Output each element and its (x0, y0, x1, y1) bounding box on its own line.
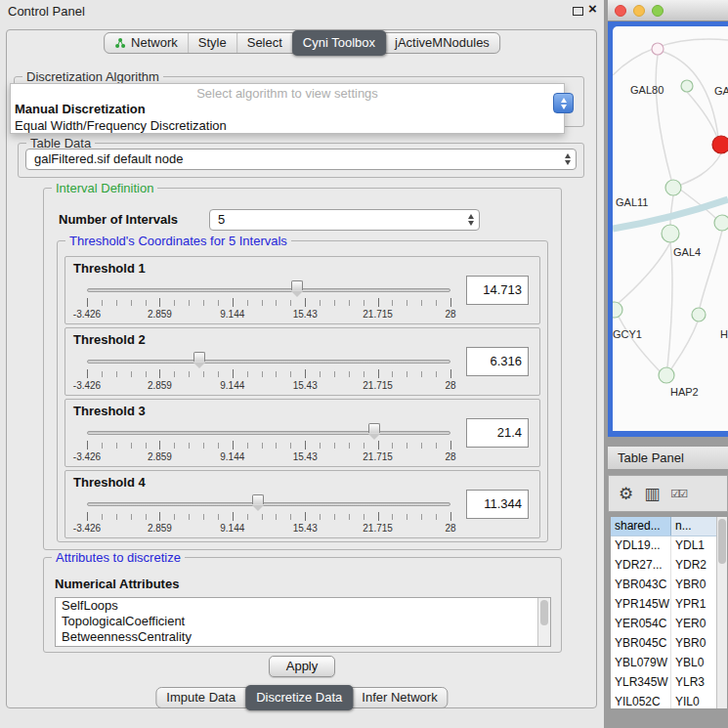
network-canvas[interactable]: GAL80 GA GAL11 GAL4 GCY1 H HAP2 (613, 26, 728, 431)
tab-network[interactable]: Network (105, 33, 189, 53)
cell-shared-name[interactable]: YIL052C (611, 693, 671, 709)
minimize-traffic-light-icon[interactable] (633, 5, 645, 17)
gear-icon[interactable]: ⚙ (619, 486, 633, 502)
scale-label: 2.859 (148, 309, 172, 320)
tab-label: Impute Data (166, 688, 236, 707)
table-row[interactable]: YPR145WYPR1 (611, 595, 727, 615)
list-item[interactable]: TopologicalCoefficient (56, 614, 550, 629)
slider-track[interactable] (87, 502, 450, 506)
table-panel-title: Table Panel (618, 450, 684, 465)
cell-shared-name[interactable]: YDR27... (611, 556, 671, 576)
apply-button[interactable]: Apply (269, 656, 335, 677)
node-label-hap2: HAP2 (670, 386, 699, 398)
table-row[interactable]: YDR27...YDR2 (611, 556, 727, 576)
tick-mark (233, 441, 234, 450)
attributes-list[interactable]: SelfLoops TopologicalCoefficient Between… (55, 597, 551, 647)
tick-mark (87, 512, 88, 521)
network-node[interactable] (714, 215, 728, 231)
cell-shared-name[interactable]: YPR145W (611, 595, 671, 615)
close-icon[interactable]: × (588, 0, 597, 17)
tab-cyni-toolbox[interactable]: Cyni Toolbox (292, 30, 386, 56)
columns-icon[interactable]: ▥ (644, 486, 660, 502)
control-panel: Control Panel × Network Style Select Cyn… (0, 0, 604, 728)
tab-infer-network[interactable]: Infer Network (352, 688, 447, 707)
threshold-value-field[interactable]: 21.4 (466, 418, 529, 448)
scale-label: 21.715 (363, 451, 393, 462)
network-node[interactable] (659, 367, 674, 383)
tick-mark (233, 298, 234, 307)
slider-thumb[interactable] (291, 280, 303, 290)
list-scrollbar[interactable] (537, 598, 550, 646)
slider-thumb[interactable] (193, 352, 205, 362)
list-item[interactable]: BetweennessCentrality (56, 629, 550, 645)
threshold-value-field[interactable]: 6.316 (466, 347, 529, 376)
dropdown-placeholder: Select algorithm to view settings (11, 84, 564, 101)
network-node[interactable] (692, 308, 706, 321)
scale-label: 28 (445, 380, 455, 391)
dropdown-item-equal-width[interactable]: Equal Width/Frequency Discretization (11, 117, 564, 134)
network-node-selected[interactable] (712, 136, 728, 153)
network-node[interactable] (665, 180, 681, 195)
select-columns-icon[interactable]: ☑☑ (670, 489, 686, 499)
algorithm-combo-stepper[interactable] (553, 93, 574, 113)
number-of-intervals-combo[interactable]: 5 (209, 209, 480, 231)
scrollbar-thumb[interactable] (540, 600, 548, 625)
slider-track[interactable] (87, 360, 450, 364)
scale-label: 15.43 (293, 523, 318, 534)
table-row[interactable]: YBR043CYBR0 (611, 576, 727, 595)
tab-impute-data[interactable]: Impute Data (156, 688, 246, 707)
table-row[interactable]: YDL19...YDL1 (611, 536, 727, 556)
threshold-slider[interactable]: -3.426 2.859 9.144 15.43 21.715 28 (87, 352, 450, 393)
cell-shared-name[interactable]: YBR043C (611, 576, 671, 595)
cell-shared-name[interactable]: YLR345W (611, 673, 671, 693)
network-window-titlebar[interactable] (608, 0, 728, 21)
tick-mark (305, 369, 306, 378)
float-window-icon[interactable] (573, 7, 583, 16)
tab-jactivemnodules[interactable]: jActiveMNodules (385, 33, 499, 53)
network-node[interactable] (613, 302, 622, 318)
scrollbar-thumb[interactable] (718, 519, 726, 564)
table-row[interactable]: YIL052CYIL0 (611, 693, 727, 709)
cell-shared-name[interactable]: YER054C (611, 615, 671, 634)
tick-mark (233, 512, 234, 521)
tick-mark (450, 441, 451, 450)
scale-label: 2.859 (148, 451, 172, 462)
table-row[interactable]: YBR045CYBR0 (611, 634, 727, 654)
threshold-value-field[interactable]: 14.713 (466, 276, 529, 305)
network-node[interactable] (681, 80, 693, 92)
tick-mark (378, 369, 379, 378)
table-row[interactable]: YLR345WYLR3 (611, 673, 727, 693)
zoom-traffic-light-icon[interactable] (652, 5, 664, 17)
table-row[interactable]: YER054CYER0 (611, 615, 727, 634)
table-header-row: shared... n... (611, 517, 727, 536)
slider-thumb[interactable] (252, 494, 264, 504)
threshold-panel-3: Threshold 3 -3.426 2.859 9.144 15.43 21.… (64, 399, 540, 467)
cell-shared-name[interactable]: YBR045C (611, 634, 671, 654)
tick-mark (378, 512, 379, 521)
threshold-slider[interactable]: -3.426 2.859 9.144 15.43 21.715 28 (87, 423, 450, 464)
network-node[interactable] (662, 225, 679, 242)
slider-thumb[interactable] (368, 423, 380, 433)
tab-discretize-data[interactable]: Discretize Data (245, 685, 353, 710)
top-tab-bar: Network Style Select Cyni Toolbox jActiv… (104, 32, 500, 54)
threshold-slider[interactable]: -3.426 2.859 9.144 15.43 21.715 28 (87, 280, 450, 321)
tab-style[interactable]: Style (189, 33, 237, 53)
threshold-slider[interactable]: -3.426 2.859 9.144 15.43 21.715 28 (87, 494, 450, 535)
network-graph: GAL80 GA GAL11 GAL4 GCY1 H HAP2 (613, 26, 728, 431)
cell-shared-name[interactable]: YDL19... (611, 536, 671, 556)
dropdown-item-manual-discretization[interactable]: Manual Discretization (11, 101, 564, 117)
close-traffic-light-icon[interactable] (615, 5, 626, 17)
table-data-combo[interactable]: galFiltered.sif default node (25, 149, 577, 170)
list-item[interactable]: SelfLoops (56, 598, 550, 614)
network-node[interactable] (652, 43, 664, 55)
cell-shared-name[interactable]: YBL079W (611, 654, 671, 673)
threshold-value-field[interactable]: 11.344 (466, 490, 529, 519)
scale-label: -3.426 (73, 523, 101, 534)
table-scrollbar[interactable] (716, 517, 727, 708)
tab-select[interactable]: Select (237, 33, 293, 53)
column-header-shared-name[interactable]: shared... (611, 517, 671, 535)
tab-label: Cyni Toolbox (303, 33, 375, 53)
slider-track[interactable] (87, 288, 450, 292)
slider-track[interactable] (87, 431, 450, 435)
table-row[interactable]: YBL079WYBL0 (611, 654, 727, 673)
